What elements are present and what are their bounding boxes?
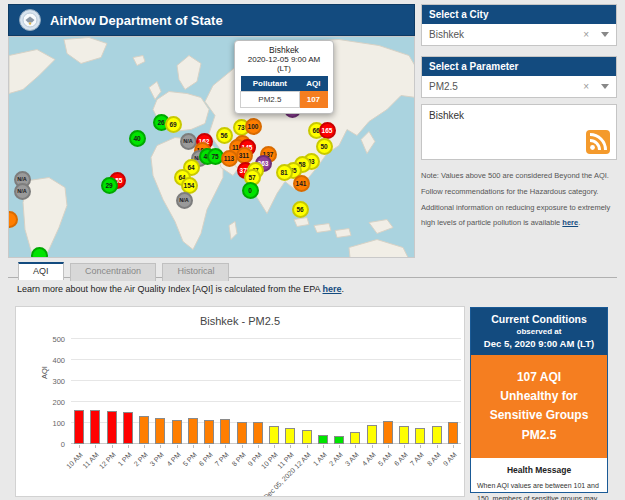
beyond-aqi-note: Note: Values above 500 are considered Be… [421,168,619,231]
parameter-chevron-down-icon[interactable] [601,84,609,89]
popup-city: Bishkek [240,45,328,55]
chart-x-tick-mark [372,445,373,448]
current-aqi-pollutant: PM2.5 [476,426,602,445]
chart-gridline [71,401,461,402]
chart-bar [172,420,182,444]
current-conditions-panel: Current Conditions observed at Dec 5, 20… [470,307,608,493]
world-aqi-map[interactable]: N/AN/A15529266940N/A162104N/A46756464154… [8,36,415,258]
map-marker[interactable]: N/A [14,183,31,200]
chart-bar-column [347,432,363,444]
chart-bar [350,432,360,444]
city-select[interactable]: Bishkek × [422,24,616,45]
aqi-bar-chart: Bishkek - PM2.5 AQI 0100200300400500 10 … [15,306,465,497]
note-text: Note: Values above 500 are considered Be… [421,171,610,227]
city-select-value: Bishkek [429,29,583,40]
chart-x-tick-mark [404,445,405,448]
map-marker[interactable]: 69 [165,116,182,133]
chart-y-tick: 500 [25,335,65,344]
chart-x-tick-mark [388,445,389,448]
chart-bar [383,421,393,444]
chart-bar [432,426,442,444]
chart-y-tick: 200 [25,398,65,407]
map-marker[interactable]: 40 [129,130,146,147]
tab-historical[interactable]: Historical [162,263,229,281]
chart-bar-column [71,410,87,444]
select-parameter-title: Select a Parameter [422,57,616,76]
rss-icon[interactable] [586,130,610,154]
chart-x-tick-mark [128,445,129,448]
chart-x-tick-mark [209,445,210,448]
chart-x-tick-mark [258,445,259,448]
chart-bar-column [136,416,152,444]
parameter-select[interactable]: PM2.5 × [422,76,616,97]
chart-bar [188,418,198,444]
chart-y-tick: 0 [25,440,65,449]
map-marker[interactable]: 56 [216,127,233,144]
chart-bar-column [445,422,461,444]
map-marker[interactable]: 113 [221,150,238,167]
map-marker[interactable]: N/A [176,192,193,209]
chart-bar-column [169,420,185,444]
map-marker[interactable]: 311 [236,147,253,164]
learn-more-prefix: Learn more about how the Air Quality Ind… [17,284,323,294]
feed-city-label: Bishkek [429,110,464,121]
city-chevron-down-icon[interactable] [601,32,609,37]
chart-y-tick: 400 [25,356,65,365]
map-marker[interactable]: 0 [242,182,259,199]
note-here-link[interactable]: here [562,218,578,227]
chart-bar [367,425,377,444]
state-department-seal-icon [19,9,41,31]
current-aqi-value: 107 AQI [476,368,602,387]
map-marker[interactable]: 56 [292,201,309,218]
chart-bar [302,430,312,444]
chart-bar [204,420,214,444]
health-message-title: Health Message [477,465,601,475]
map-marker[interactable]: 165 [319,122,336,139]
learn-more-here-link[interactable]: here [323,284,342,294]
chart-gridline [71,380,461,381]
chart-bar [220,419,230,444]
chart-x-tick-mark [193,445,194,448]
chart-bar [334,436,344,444]
map-popup: Bishkek 2020-12-05 9:00 AM (LT) Pollutan… [234,40,334,114]
chart-y-tick: 100 [25,419,65,428]
select-city-panel: Select a City Bishkek × [421,4,617,46]
chart-bar-column [104,411,120,444]
tab-strip: AQI Concentration Historical [8,260,617,278]
chart-bar [318,435,328,444]
chart-x-tick-mark [274,445,275,448]
chart-x-tick-mark [355,445,356,448]
chart-bar [253,422,263,444]
popup-datetime: 2020-12-05 9:00 AM [240,55,328,64]
map-marker[interactable]: 50 [316,138,333,155]
chart-title: Bishkek - PM2.5 [16,315,464,327]
tab-aqi[interactable]: AQI [18,262,64,280]
city-clear-icon[interactable]: × [583,29,589,40]
chart-bar [237,422,247,444]
chart-bar-column [282,428,298,444]
chart-bar [90,410,100,444]
chart-bar-column [266,426,282,444]
chart-bar-column [380,421,396,444]
chart-bar-column [299,430,315,444]
map-marker[interactable]: 100 [245,118,262,135]
chart-bar [399,426,409,444]
map-marker[interactable]: 154 [181,177,198,194]
chart-x-tick-mark [95,445,96,448]
chart-gridline [71,359,461,360]
parameter-clear-icon[interactable]: × [583,81,589,92]
popup-table: Pollutant AQI PM2.5 107 [240,76,328,108]
chart-x-tick-mark [453,445,454,448]
tab-concentration[interactable]: Concentration [70,263,156,281]
current-aqi-block: 107 AQI Unhealthy for Sensitive Groups P… [471,355,607,458]
chart-x-tick-mark [177,445,178,448]
popup-timezone: (LT) [240,64,328,73]
chart-bar [269,426,279,444]
chart-bar-column [120,412,136,444]
map-marker[interactable]: 81 [276,164,293,181]
map-marker[interactable]: 141 [293,175,310,192]
current-aqi-category: Unhealthy for Sensitive Groups [476,387,602,425]
map-marker[interactable]: 29 [101,177,118,194]
map-marker[interactable] [31,247,48,259]
chart-x-tick-mark [112,445,113,448]
